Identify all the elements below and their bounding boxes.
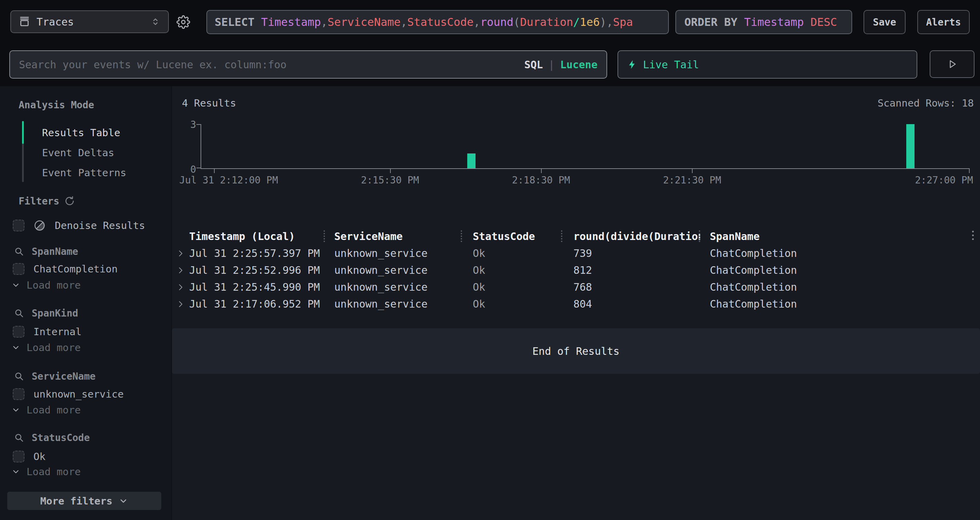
x-axis-tick: [390, 168, 391, 173]
column-header-servicename[interactable]: ServiceName: [325, 228, 462, 245]
cell-statuscode: Ok: [462, 281, 562, 293]
cell-timestamp: Jul 31 2:25:52.996 PM: [189, 264, 325, 276]
cell-servicename: unknown_service: [325, 264, 462, 276]
cell-timestamp: Jul 31 2:25:45.990 PM: [189, 281, 325, 293]
sql-token: round: [480, 16, 514, 29]
table-row[interactable]: Jul 31 2:25:52.996 PM unknown_service Ok…: [172, 262, 980, 279]
chart-plot[interactable]: Jul 31 2:12:00 PM2:15:30 PM2:18:30 PM2:2…: [200, 124, 969, 169]
cell-servicename: unknown_service: [325, 281, 462, 293]
load-more-button[interactable]: Load more: [11, 279, 81, 291]
histogram-bar: [906, 124, 915, 168]
search-bar[interactable]: SQL | Lucene: [9, 50, 607, 79]
sql-token: Timestamp: [744, 16, 803, 29]
live-tail-label: Live Tail: [643, 59, 699, 71]
filter-group-label: SpanKind: [32, 308, 78, 319]
filter-group-servicename: ServiceName: [14, 370, 95, 382]
cell-duration: 804: [562, 298, 700, 310]
sql-token: DESC: [804, 16, 837, 29]
filter-value-row[interactable]: ChatCompletion: [13, 262, 118, 276]
load-more-button[interactable]: Load more: [11, 466, 81, 478]
table-row[interactable]: Jul 31 2:25:57.397 PM unknown_service Ok…: [172, 245, 980, 262]
search-input[interactable]: [19, 59, 524, 71]
y-axis-tick: [196, 124, 200, 125]
chevron-down-icon: [11, 343, 20, 352]
more-filters-button[interactable]: More filters: [7, 492, 161, 510]
results-histogram: 3 0 Jul 31 2:12:00 PM2:15:30 PM2:18:30 P…: [172, 121, 980, 195]
search-icon[interactable]: [14, 246, 24, 257]
cell-spanname: ChatCompletion: [700, 247, 980, 259]
filter-value-label: Internal: [33, 326, 82, 338]
chevron-down-icon: [11, 467, 20, 476]
search-icon[interactable]: [14, 308, 24, 318]
active-rail-segment: [22, 121, 24, 144]
filter-value-row[interactable]: Internal: [13, 325, 82, 339]
filter-value-row[interactable]: Ok: [13, 450, 46, 463]
nav-item-event-patterns[interactable]: Event Patterns: [42, 167, 126, 179]
table-row[interactable]: Jul 31 2:25:45.990 PM unknown_service Ok…: [172, 279, 980, 295]
column-header-spanname[interactable]: SpanName: [700, 228, 980, 245]
results-panel: 4 Results Scanned Rows: 18 3 0 Jul 31 2:…: [171, 86, 980, 520]
filter-checkbox[interactable]: [13, 388, 24, 400]
denoise-results-row[interactable]: Denoise Results: [13, 219, 145, 233]
sql-mode-toggle[interactable]: SQL: [524, 59, 543, 71]
filter-value-label: Ok: [33, 451, 46, 463]
row-expand-icon[interactable]: [172, 249, 189, 258]
sql-token: 1e6: [580, 16, 600, 29]
sql-token: StatusCode: [407, 16, 474, 29]
filter-checkbox[interactable]: [13, 451, 24, 463]
y-axis-label-max: 3: [178, 119, 196, 130]
lucene-mode-toggle[interactable]: Lucene: [560, 59, 598, 71]
source-select[interactable]: Traces: [10, 10, 169, 33]
live-tail-button[interactable]: Live Tail: [617, 50, 917, 79]
load-more-button[interactable]: Load more: [11, 342, 81, 353]
nav-item-event-deltas[interactable]: Event Deltas: [42, 147, 115, 159]
column-header-timestamp[interactable]: Timestamp (Local): [189, 228, 325, 245]
row-expand-icon[interactable]: [172, 265, 189, 275]
nav-item-results-table[interactable]: Results Table: [42, 127, 120, 139]
x-axis-tick-label: 2:21:30 PM: [663, 174, 721, 186]
column-header-statuscode[interactable]: StatusCode: [462, 228, 562, 245]
alerts-button[interactable]: Alerts: [917, 10, 970, 34]
load-more-button[interactable]: Load more: [11, 404, 81, 416]
y-axis-label-min: 0: [178, 164, 196, 175]
sql-token: Duration: [520, 16, 573, 29]
cell-timestamp: Jul 31 2:25:57.397 PM: [189, 247, 325, 259]
end-of-results-banner: End of Results: [172, 328, 980, 374]
cell-timestamp: Jul 31 2:17:06.952 PM: [189, 298, 325, 310]
filter-checkbox[interactable]: [13, 263, 24, 275]
y-axis-tick: [196, 167, 200, 168]
sql-token: ServiceName: [328, 16, 401, 29]
denoise-checkbox[interactable]: [13, 220, 24, 231]
filter-value-label: ChatCompletion: [33, 263, 118, 275]
filter-value-row[interactable]: unknown_service: [13, 387, 124, 401]
x-axis-tick: [214, 168, 215, 173]
denoise-label: Denoise Results: [55, 220, 145, 231]
search-icon[interactable]: [14, 432, 24, 443]
row-expand-icon[interactable]: [172, 282, 189, 292]
sql-select-editor[interactable]: SELECT Timestamp,ServiceName,StatusCode,…: [207, 10, 669, 34]
row-expand-icon[interactable]: [172, 299, 189, 309]
x-axis-tick-label: 2:18:30 PM: [512, 174, 570, 186]
settings-button[interactable]: [175, 14, 192, 30]
filters-heading-label: Filters: [19, 196, 59, 207]
cell-servicename: unknown_service: [325, 298, 462, 310]
refresh-icon[interactable]: [64, 196, 75, 207]
cell-statuscode: Ok: [462, 298, 562, 310]
filters-sidebar: Analysis Mode Results Table Event Deltas…: [0, 86, 171, 520]
x-axis-tick: [692, 168, 693, 173]
chevron-down-icon: [11, 281, 20, 290]
save-button[interactable]: Save: [864, 10, 905, 34]
gear-icon: [177, 15, 190, 29]
x-axis-tick: [541, 168, 542, 173]
run-query-button[interactable]: [930, 50, 975, 78]
cell-duration: 812: [562, 264, 700, 276]
column-options-icon[interactable]: [972, 231, 974, 240]
search-icon[interactable]: [14, 371, 24, 381]
order-by-editor[interactable]: ORDER BY Timestamp DESC: [675, 10, 852, 34]
load-more-label: Load more: [27, 342, 81, 353]
sql-token: ORDER BY: [684, 16, 744, 29]
table-row[interactable]: Jul 31 2:17:06.952 PM unknown_service Ok…: [172, 295, 980, 313]
end-of-results-label: End of Results: [532, 345, 620, 357]
column-header-duration[interactable]: round(divide(Duration,: [562, 228, 700, 245]
filter-checkbox[interactable]: [13, 326, 24, 338]
